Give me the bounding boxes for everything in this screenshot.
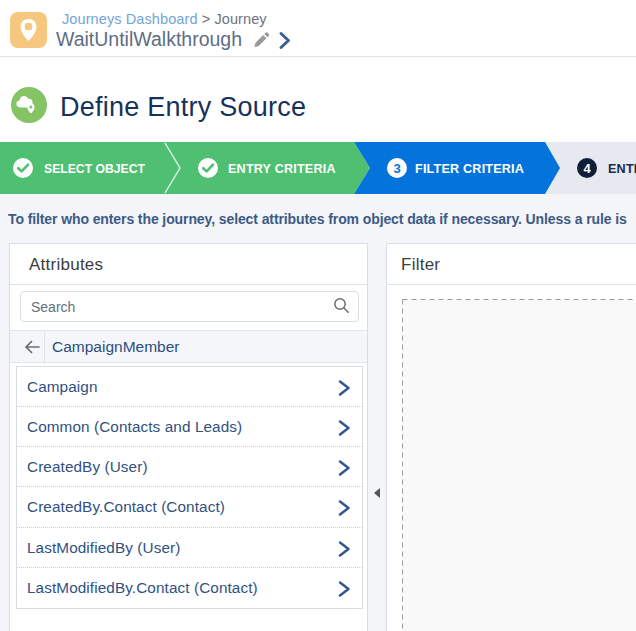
svg-text:3: 3 [393,161,400,176]
svg-text:FILTER CRITERIA: FILTER CRITERIA [415,162,524,176]
svg-text:4: 4 [583,161,591,176]
svg-text:SELECT OBJECT: SELECT OBJECT [44,162,145,176]
svg-text:ENTRY CRITERIA: ENTRY CRITERIA [228,162,336,176]
svg-text:ENTRY SUMMARY: ENTRY SUMMARY [608,162,636,176]
